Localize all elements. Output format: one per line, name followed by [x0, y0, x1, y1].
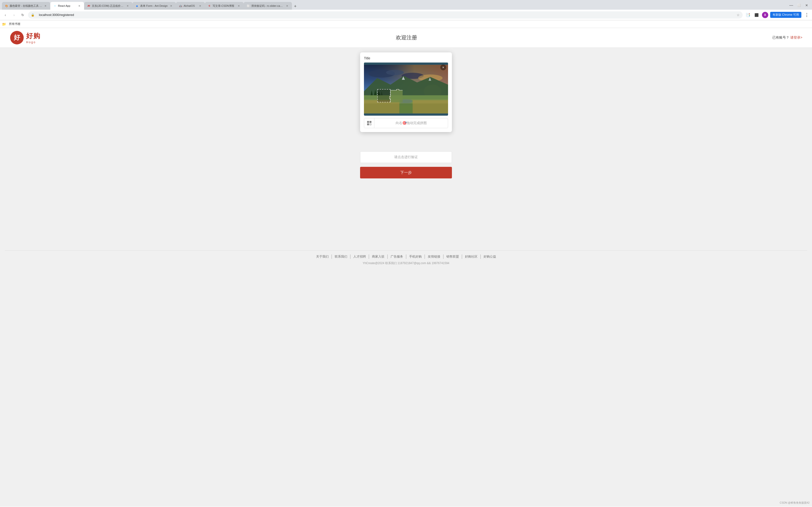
svg-rect-27 — [367, 123, 369, 125]
next-step-button[interactable]: 下一步 — [360, 167, 452, 178]
logo-text: 好购 Hogo — [26, 32, 41, 44]
svg-rect-23 — [412, 100, 448, 113]
tab-favicon: 🤖 — [179, 4, 182, 7]
footer-copyright: YhCreate@2024 联系我们 1187921847@qq.com && … — [5, 261, 807, 265]
tab-close-btn[interactable]: ✕ — [285, 4, 289, 8]
tab-close-btn[interactable]: ✕ — [77, 4, 81, 8]
tab-react-app[interactable]: ⚛ React App ✕ — [50, 2, 84, 10]
csdn-watermark: CSDN @鲜鱼鱼鱼版面42 — [779, 501, 810, 505]
tab-label: 京东(JD.COM)-正品低价、… — [92, 4, 124, 8]
tab-label: 写文章-CSDN博客 — [213, 4, 235, 8]
puzzle-piece[interactable] — [389, 89, 403, 102]
chrome-update-button[interactable]: 有新版 Chrome 可用 — [770, 12, 801, 18]
footer-link-merchant[interactable]: 商家入驻 — [369, 255, 388, 259]
tab-favicon: ⬜ — [247, 4, 250, 7]
footer-link-community[interactable]: 好购社区 — [462, 255, 481, 259]
puzzle-icon — [367, 120, 372, 126]
modal-title: Title — [364, 56, 448, 60]
tab-close-btn[interactable]: ✕ — [126, 4, 130, 8]
restore-btn[interactable]: ⬜ — [796, 2, 802, 9]
tab-compare-icon[interactable]: ⬛ — [753, 12, 760, 18]
tab-label: 表单 Form - Ant Design — [140, 4, 168, 8]
svg-rect-26 — [369, 121, 371, 123]
tab-favicon: 🎨 — [5, 4, 8, 7]
bookmarks-bar: 📁 所有书签 — [0, 20, 812, 28]
logo-main-text: 好购 — [26, 32, 41, 41]
form-area: 请点击进行验证 下一步 — [360, 151, 452, 178]
tab-favicon: JD — [87, 4, 90, 7]
tab-close-btn[interactable]: ✕ — [237, 4, 241, 8]
footer-link-sales[interactable]: 销售联盟 — [444, 255, 462, 259]
browser-chrome: 🎨 颜色吸管 - 在线颜色工具 -… ✕ ⚛ React App ✕ JD 京东… — [0, 0, 812, 28]
footer-link-contact[interactable]: 联系我们 — [332, 255, 350, 259]
puzzle-hole — [377, 89, 391, 102]
footer-link-ads[interactable]: 广告服务 — [388, 255, 406, 259]
slider-instruction-text: 向右🎯拖动完成拼图 — [374, 121, 448, 125]
add-tab-button[interactable]: + — [292, 3, 299, 10]
login-prompt-text: 已有账号？ — [772, 36, 789, 39]
site-header: 好 好购 Hogo 欢迎注册 已有账号？ 请登录> — [0, 28, 812, 48]
svg-rect-24 — [391, 90, 403, 102]
tab-alchat[interactable]: 🤖 AlchatOS ✕ — [176, 2, 205, 10]
footer-link-friendly[interactable]: 友情链接 — [425, 255, 444, 259]
captcha-modal: Title — [360, 52, 452, 132]
footer-link-mobile[interactable]: 手机好购 — [406, 255, 425, 259]
svg-point-6 — [386, 70, 404, 75]
tab-close-btn[interactable]: ✕ — [169, 4, 173, 8]
captcha-close-button[interactable]: × — [440, 64, 446, 70]
tab-favicon: C — [208, 4, 211, 7]
svg-text:好: 好 — [13, 34, 20, 41]
close-window-btn[interactable]: ✕ — [803, 2, 810, 9]
tab-label: React App — [58, 4, 70, 7]
logo-area: 好 好购 Hogo — [10, 31, 41, 45]
login-link[interactable]: 请登录> — [790, 36, 802, 39]
page-content: 好 好购 Hogo 欢迎注册 已有账号？ 请登录> Title — [0, 28, 812, 506]
tab-favicon: ◆ — [135, 4, 139, 7]
tab-color-tool[interactable]: 🎨 颜色吸管 - 在线颜色工具 -… ✕ — [2, 2, 50, 10]
site-footer: 关于我们 联系我们 人才招聘 商家入驻 广告服务 手机好购 友情链接 销售联盟 … — [0, 245, 812, 270]
slider-handle[interactable] — [364, 118, 374, 128]
reload-button[interactable]: ↻ — [19, 12, 26, 18]
back-button[interactable]: ‹ — [2, 12, 9, 18]
tab-label: 滑块验证码 - rc-slider-cap… — [251, 4, 284, 8]
slider-bar[interactable]: 向右🎯拖动完成拼图 — [364, 118, 448, 128]
close-icon: × — [442, 65, 444, 69]
tab-strip: 🎨 颜色吸管 - 在线颜色工具 -… ✕ ⚛ React App ✕ JD 京东… — [0, 0, 812, 10]
tab-close-btn[interactable]: ✕ — [198, 4, 202, 8]
bookmark-collections-icon[interactable]: 📑 — [745, 12, 751, 18]
tab-jd[interactable]: JD 京东(JD.COM)-正品低价、… ✕ — [84, 2, 133, 10]
logo-sub-text: Hogo — [26, 41, 41, 44]
profile-button[interactable]: X — [762, 12, 768, 18]
verify-button[interactable]: 请点击进行验证 — [360, 151, 452, 163]
address-bar-row: ‹ › ↻ 🔒 ☆ 📑 ⬛ X 有新版 Chrome 可用 ⋮ — [0, 10, 812, 20]
tab-csdn[interactable]: C 写文章-CSDN博客 ✕ — [205, 2, 244, 10]
tab-close-btn[interactable]: ✕ — [44, 4, 47, 8]
lock-icon: 🔒 — [31, 13, 35, 17]
main-content: Title — [0, 48, 812, 168]
tab-label: AlchatOS — [184, 4, 195, 7]
login-prompt: 已有账号？ 请登录> — [772, 36, 802, 40]
bookmarks-folder-icon: 📁 — [2, 22, 6, 26]
footer-links: 关于我们 联系我们 人才招聘 商家入驻 广告服务 手机好购 友情链接 销售联盟 … — [5, 255, 807, 259]
tab-antd[interactable]: ◆ 表单 Form - Ant Design ✕ — [133, 2, 176, 10]
footer-link-about[interactable]: 关于我们 — [313, 255, 332, 259]
footer-link-jobs[interactable]: 人才招聘 — [350, 255, 369, 259]
tab-favicon: ⚛ — [53, 4, 57, 7]
forward-button[interactable]: › — [11, 12, 17, 18]
all-bookmarks[interactable]: 所有书签 — [7, 21, 22, 27]
tab-label: 颜色吸管 - 在线颜色工具 -… — [10, 4, 42, 8]
tab-slider[interactable]: ⬜ 滑块验证码 - rc-slider-cap… ✕ — [244, 2, 292, 10]
address-input[interactable] — [36, 12, 735, 18]
minimize-btn[interactable]: — — [788, 2, 795, 9]
more-options-icon[interactable]: ⋮ — [803, 12, 810, 18]
footer-link-charity[interactable]: 好购公益 — [481, 255, 499, 259]
captcha-image-container: × — [364, 62, 448, 116]
star-icon[interactable]: ☆ — [737, 13, 740, 17]
logo-icon: 好 — [10, 31, 24, 45]
page-title: 欢迎注册 — [41, 34, 772, 41]
captcha-landscape-image — [364, 62, 448, 116]
svg-point-29 — [369, 123, 371, 125]
svg-rect-25 — [367, 121, 369, 123]
